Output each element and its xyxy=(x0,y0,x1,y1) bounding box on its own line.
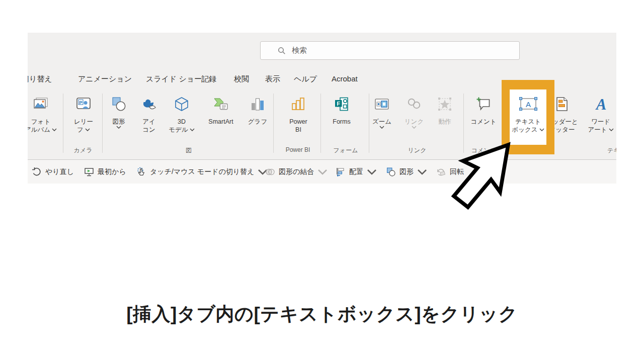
action-star-icon xyxy=(437,96,453,112)
3d-cube-icon xyxy=(174,96,190,112)
chevron-down-icon xyxy=(379,126,384,129)
link-button[interactable]: リンク xyxy=(400,95,428,153)
arrange-button[interactable]: 配置 xyxy=(336,160,377,184)
group-label-links: リンク xyxy=(371,146,463,155)
rotate-icon xyxy=(436,167,446,177)
group-separator xyxy=(320,94,321,153)
tab-slideshow[interactable]: スライド ショー xyxy=(146,74,202,84)
3d-model-button[interactable]: 3D モデル xyxy=(165,95,199,153)
header-footer-icon xyxy=(554,96,570,112)
chevron-down-icon xyxy=(609,128,614,131)
tab-transitions[interactable]: 切り替え xyxy=(28,74,52,84)
chevron-down-icon xyxy=(85,128,90,131)
zoom-button[interactable]: ズーム xyxy=(367,95,397,153)
powerpoint-ribbon-screenshot: 検索 切り替え アニメーション スライド ショー 記録 校閲 表示 ヘルプ Ac… xyxy=(28,33,616,184)
bar-chart-icon xyxy=(250,96,266,112)
power-bi-icon xyxy=(290,96,306,112)
power-bi-button[interactable]: Power BI xyxy=(279,95,317,153)
comment-button[interactable]: コメント xyxy=(466,95,501,153)
chevron-down-icon xyxy=(52,128,57,131)
chevron-down-icon xyxy=(417,167,427,177)
quick-toolbar: やり直し 最初から タッチ/マウス モードの切り替え 図形の結合 配置 図形 xyxy=(28,159,616,184)
svg-text:A: A xyxy=(525,100,530,109)
cameo-icon: P xyxy=(75,96,92,112)
group-label-camera: カメラ xyxy=(66,146,100,155)
tab-record[interactable]: 記録 xyxy=(201,74,216,84)
tab-help[interactable]: ヘルプ xyxy=(294,74,317,84)
zoom-slides-icon xyxy=(374,96,390,112)
text-box-button[interactable]: A テキスト ボックス xyxy=(510,95,546,153)
group-separator xyxy=(273,94,274,153)
search-icon xyxy=(278,47,286,55)
chevron-down-icon xyxy=(412,126,417,129)
new-comment-icon xyxy=(475,96,492,112)
redo-button[interactable]: やり直し xyxy=(32,160,74,184)
forms-icon: F xyxy=(334,96,350,112)
chevron-down-icon xyxy=(317,167,328,177)
group-separator xyxy=(63,94,63,153)
chevron-down-icon xyxy=(190,128,195,131)
touch-pointer-icon xyxy=(136,167,146,177)
photo-album-icon xyxy=(33,96,49,112)
word-art-button[interactable]: A ワード アート xyxy=(582,95,616,153)
chevron-down-icon xyxy=(116,126,121,129)
shapes-small-icon xyxy=(386,167,396,177)
chevron-down-icon xyxy=(539,128,544,131)
group-label-forms: フォーム xyxy=(323,146,369,155)
chevron-down-icon xyxy=(367,167,377,177)
icons-button[interactable]: アイ コン xyxy=(134,95,164,153)
presentation-play-icon xyxy=(84,167,94,177)
tab-view[interactable]: 表示 xyxy=(265,74,280,84)
shapes-button[interactable]: 図形 xyxy=(104,95,133,153)
rotate-button[interactable]: 回転 xyxy=(436,160,464,184)
chart-button[interactable]: グラフ xyxy=(243,95,272,153)
duck-leaf-icon xyxy=(141,96,157,112)
shapes-small-button[interactable]: 図形 xyxy=(386,160,427,184)
tab-animations[interactable]: アニメーション xyxy=(78,74,132,84)
word-art-icon: A xyxy=(593,96,609,112)
shapes-icon xyxy=(111,96,127,112)
search-box[interactable]: 検索 xyxy=(260,41,520,60)
cameo-button[interactable]: P レリー フ xyxy=(67,95,100,153)
merge-shapes-icon xyxy=(265,167,275,177)
group-label-text: テキスト xyxy=(607,146,616,155)
svg-text:P: P xyxy=(79,100,83,105)
merge-shapes-button[interactable]: 図形の結合 xyxy=(265,160,328,184)
caption-text: [挿入]タブ内の[テキストボックス]をクリック xyxy=(0,302,644,327)
group-label-power-bi: Power BI xyxy=(275,146,320,153)
touch-mouse-mode-button[interactable]: タッチ/マウス モードの切り替え xyxy=(136,160,268,184)
arrange-icon xyxy=(336,167,346,177)
group-separator xyxy=(463,94,464,153)
tab-acrobat[interactable]: Acrobat xyxy=(332,74,358,83)
redo-icon xyxy=(32,167,42,177)
group-label-illustrations: 図 xyxy=(103,146,274,155)
svg-text:A: A xyxy=(595,96,607,112)
highlight-box: A テキスト ボックス xyxy=(502,80,554,154)
link-icon xyxy=(406,96,422,112)
forms-button[interactable]: F Forms xyxy=(324,95,360,153)
group-label-comments: コメント xyxy=(465,146,502,155)
from-beginning-button[interactable]: 最初から xyxy=(84,160,126,184)
svg-text:F: F xyxy=(337,101,340,107)
action-button[interactable]: 動作 xyxy=(429,95,460,153)
tab-review[interactable]: 校閲 xyxy=(234,74,249,84)
text-box-icon: A xyxy=(518,96,539,112)
search-placeholder: 検索 xyxy=(292,46,307,55)
photo-album-button[interactable]: フォト アルバム xyxy=(28,95,59,153)
group-separator xyxy=(102,94,103,153)
smartart-icon xyxy=(213,96,229,112)
smartart-button[interactable]: SmartArt xyxy=(201,95,241,153)
